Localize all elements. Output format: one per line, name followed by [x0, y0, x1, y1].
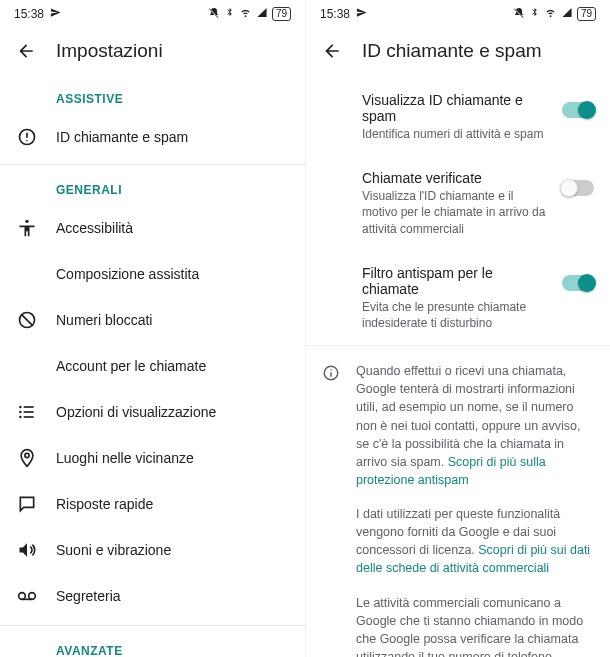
svg-point-14: [29, 593, 36, 600]
section-assistive: ASSISTIVE: [0, 78, 305, 114]
voicemail-icon: [16, 586, 38, 606]
info-paragraph-2: I dati utilizzati per queste funzionalit…: [356, 505, 594, 578]
info-icon: [16, 127, 38, 147]
svg-point-8: [19, 411, 22, 414]
info-paragraph-3: Le attività commerciali comunicano a Goo…: [356, 594, 594, 658]
row-caller-id-spam[interactable]: ID chiamante e spam: [0, 114, 305, 160]
row-blocked-numbers[interactable]: Numeri bloccati: [0, 297, 305, 343]
battery-level: 79: [577, 7, 596, 21]
svg-line-5: [22, 315, 33, 326]
row-accessibility[interactable]: Accessibilità: [0, 205, 305, 251]
svg-point-10: [19, 416, 22, 419]
row-sounds-vibration[interactable]: Suoni e vibrazione: [0, 527, 305, 573]
setting-subtitle: Identifica numeri di attività e spam: [362, 126, 550, 142]
page-title: ID chiamante e spam: [362, 40, 542, 62]
bluetooth-icon: [529, 7, 540, 21]
row-label: Segreteria: [56, 588, 121, 604]
block-icon: [16, 310, 38, 330]
svg-point-12: [25, 453, 29, 457]
location-icon: [356, 7, 367, 21]
signal-icon: [256, 7, 268, 21]
svg-rect-9: [24, 411, 34, 413]
wifi-icon: [239, 7, 252, 21]
info-paragraph-1: Quando effettui o ricevi una chiamata, G…: [356, 362, 594, 489]
signal-icon: [561, 7, 573, 21]
list-icon: [16, 402, 38, 422]
svg-rect-11: [24, 416, 34, 418]
location-pin-icon: [16, 448, 38, 468]
row-label: Risposte rapide: [56, 496, 153, 512]
silent-icon: [513, 7, 525, 22]
setting-subtitle: Visualizza l'ID chiamante e il motivo pe…: [362, 188, 550, 237]
divider: [0, 164, 305, 165]
setting-subtitle: Evita che le presunte chiamate indesider…: [362, 299, 550, 331]
row-label: Accessibilità: [56, 220, 133, 236]
setting-spam-filter[interactable]: Filtro antispam per le chiamate Evita ch…: [306, 251, 610, 345]
row-display-options[interactable]: Opzioni di visualizzazione: [0, 389, 305, 435]
section-generali: GENERALI: [0, 169, 305, 205]
row-label: Luoghi nelle vicinanze: [56, 450, 194, 466]
speaker-icon: [16, 540, 38, 560]
back-icon[interactable]: [16, 41, 36, 61]
info-block: Quando effettui o ricevi una chiamata, G…: [306, 346, 610, 657]
row-label: ID chiamante e spam: [56, 129, 188, 145]
setting-show-caller-id[interactable]: Visualizza ID chiamante e spam Identific…: [306, 78, 610, 156]
setting-title: Chiamate verificate: [362, 170, 550, 186]
row-assisted-dial[interactable]: Composizione assistita: [0, 251, 305, 297]
divider: [0, 625, 305, 626]
status-bar: 15:38 79: [306, 0, 610, 28]
back-icon[interactable]: [322, 41, 342, 61]
row-nearby-places[interactable]: Luoghi nelle vicinanze: [0, 435, 305, 481]
svg-point-13: [19, 593, 26, 600]
status-time: 15:38: [320, 7, 350, 21]
svg-rect-7: [24, 406, 34, 408]
status-bar: 15:38 79: [0, 0, 305, 28]
app-bar: ID chiamante e spam: [306, 28, 610, 78]
bluetooth-icon: [224, 7, 235, 21]
status-time: 15:38: [14, 7, 44, 21]
row-label: Numeri bloccati: [56, 312, 152, 328]
row-quick-responses[interactable]: Risposte rapide: [0, 481, 305, 527]
section-avanzate: AVANZATE: [0, 630, 305, 657]
battery-level: 79: [272, 7, 291, 21]
accessibility-icon: [16, 218, 38, 238]
row-label: Account per le chiamate: [56, 358, 206, 374]
svg-point-18: [330, 369, 332, 371]
silent-icon: [208, 7, 220, 22]
row-label: Opzioni di visualizzazione: [56, 404, 216, 420]
row-label: Suoni e vibrazione: [56, 542, 171, 558]
row-label: Composizione assistita: [56, 266, 199, 282]
row-voicemail[interactable]: Segreteria: [0, 573, 305, 619]
setting-title: Filtro antispam per le chiamate: [362, 265, 550, 297]
row-call-accounts[interactable]: Account per le chiamate: [0, 343, 305, 389]
chat-icon: [16, 494, 38, 514]
page-title: Impostazioni: [56, 40, 163, 62]
setting-title: Visualizza ID chiamante e spam: [362, 92, 550, 124]
toggle-show-caller-id[interactable]: [562, 102, 594, 118]
info-outline-icon: [322, 362, 342, 657]
svg-point-6: [19, 406, 22, 409]
setting-verified-calls[interactable]: Chiamate verificate Visualizza l'ID chia…: [306, 156, 610, 251]
app-bar: Impostazioni: [0, 28, 305, 78]
toggle-spam-filter[interactable]: [562, 275, 594, 291]
svg-point-3: [25, 220, 28, 223]
wifi-icon: [544, 7, 557, 21]
settings-screen: 15:38 79 Impostazioni ASS: [0, 0, 305, 657]
location-icon: [50, 7, 61, 21]
caller-id-spam-screen: 15:38 79 ID chiamante e spam: [305, 0, 610, 657]
toggle-verified-calls[interactable]: [562, 180, 594, 196]
svg-point-2: [26, 140, 28, 142]
